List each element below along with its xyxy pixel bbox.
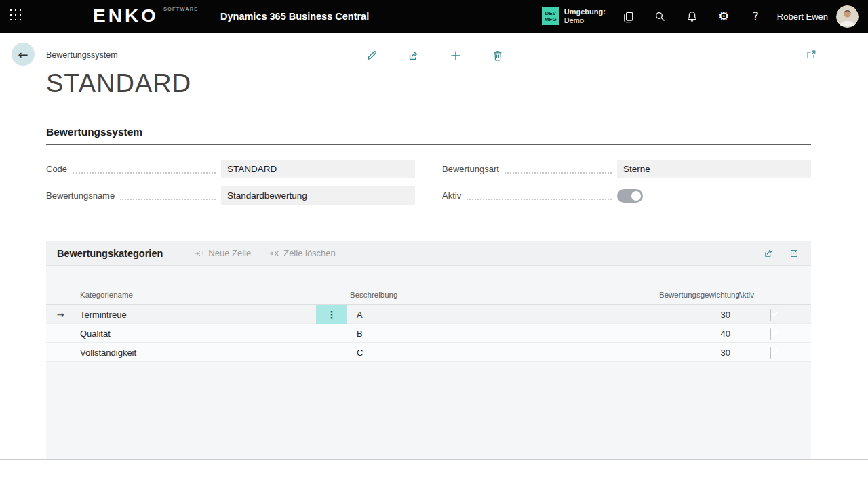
share-button[interactable] bbox=[401, 43, 426, 68]
help-button[interactable]: ? bbox=[740, 0, 772, 33]
row-description-cell[interactable]: A bbox=[347, 310, 659, 320]
code-label: Code bbox=[46, 164, 67, 174]
card-title[interactable]: Bewertungskategorien bbox=[57, 248, 163, 259]
table-row[interactable]: Vollständigkeit ⋮ C 30 bbox=[46, 343, 811, 362]
table-row[interactable]: → Termintreue ⋮ A 30 bbox=[46, 305, 811, 324]
environment-picker[interactable]: DEV MFG Umgebung: Demo bbox=[542, 7, 606, 26]
new-line-label: Neue Zeile bbox=[208, 248, 251, 258]
user-avatar[interactable] bbox=[836, 5, 859, 28]
enko-logo: ENKO SOFTWARE bbox=[93, 4, 196, 28]
field-bewertungsname: Bewertungsname Standardbewertung bbox=[46, 186, 415, 205]
row-weight-cell[interactable]: 40 bbox=[659, 329, 730, 339]
ellipsis-icon: ⋮ bbox=[327, 309, 336, 320]
row-weight-cell[interactable]: 30 bbox=[659, 348, 730, 358]
table-header: Kategoriename Beschreibung Bewertungsgew… bbox=[46, 285, 811, 305]
user-name[interactable]: Robert Ewen bbox=[777, 12, 828, 22]
toggle-knob bbox=[631, 191, 641, 201]
breadcrumb[interactable]: Bewertungssystem bbox=[46, 50, 118, 60]
trash-icon bbox=[491, 49, 505, 62]
code-input[interactable]: STANDARD bbox=[221, 160, 415, 178]
active-row-marker-icon: → bbox=[46, 310, 75, 320]
settings-button[interactable]: ⚙ bbox=[708, 0, 740, 33]
environment-label: Umgebung: Demo bbox=[564, 7, 606, 26]
aktiv-toggle[interactable] bbox=[617, 189, 643, 203]
focus-mode-button[interactable] bbox=[787, 246, 802, 261]
environment-label-value: Demo bbox=[564, 16, 606, 26]
new-button[interactable] bbox=[443, 43, 468, 68]
plus-icon bbox=[449, 49, 462, 62]
open-window-icon bbox=[805, 49, 817, 61]
delete-line-label: Zeile löschen bbox=[283, 248, 336, 258]
active-checkbox[interactable] bbox=[770, 347, 771, 359]
logo-text: ENKO bbox=[93, 5, 159, 28]
table-row[interactable]: Qualität ⋮ B 40 bbox=[46, 324, 811, 343]
delete-row-icon bbox=[269, 248, 279, 259]
card-toolbar: Bewertungskategorien Neue Zeile Zeile lö… bbox=[46, 241, 811, 266]
card-share-button[interactable] bbox=[761, 246, 776, 261]
back-button[interactable]: ← bbox=[12, 43, 35, 66]
toolbar-divider bbox=[182, 247, 182, 260]
row-name-link[interactable]: Vollständigkeit bbox=[80, 348, 136, 358]
field-code: Code STANDARD bbox=[46, 160, 415, 178]
active-checkbox[interactable] bbox=[770, 309, 771, 321]
card-toolbar-icons bbox=[761, 246, 802, 261]
badge-line2: MFG bbox=[545, 16, 557, 22]
focus-mode-icon bbox=[789, 248, 800, 259]
environment-badge: DEV MFG bbox=[542, 7, 559, 25]
app-title[interactable]: Dynamics 365 Business Central bbox=[220, 11, 369, 22]
row-options-button[interactable]: ⋮ bbox=[316, 324, 347, 343]
bell-icon bbox=[686, 10, 698, 23]
dynamics-apps-button[interactable] bbox=[612, 0, 644, 33]
column-beschreibung[interactable]: Beschreibung bbox=[347, 291, 659, 299]
share-icon bbox=[407, 49, 420, 62]
avatar-image bbox=[836, 5, 859, 28]
field-bewertungsart: Bewertungsart Sterne bbox=[442, 160, 811, 178]
open-in-new-window-button[interactable] bbox=[799, 43, 823, 67]
topbar-right: DEV MFG Umgebung: Demo bbox=[542, 0, 868, 33]
screen: ENKO SOFTWARE Dynamics 365 Business Cent… bbox=[0, 0, 868, 488]
column-aktiv[interactable]: Aktiv bbox=[730, 291, 811, 299]
share-icon bbox=[763, 247, 774, 259]
logo-suffix: SOFTWARE bbox=[163, 6, 198, 12]
column-bewertungsgewichtung[interactable]: Bewertungsgewichtung bbox=[659, 291, 730, 299]
active-checkbox[interactable] bbox=[770, 328, 771, 340]
bewertungsname-label: Bewertungsname bbox=[46, 190, 115, 201]
bewertungsname-input[interactable]: Standardbewertung bbox=[221, 186, 415, 205]
aktiv-label: Aktiv bbox=[442, 190, 461, 201]
notifications-button[interactable] bbox=[676, 0, 708, 33]
row-name-link[interactable]: Qualität bbox=[80, 329, 111, 339]
page-actions bbox=[359, 43, 510, 68]
topbar: ENKO SOFTWARE Dynamics 365 Business Cent… bbox=[0, 0, 868, 33]
page-bottom-divider bbox=[0, 459, 868, 460]
row-options-button[interactable]: ⋮ bbox=[316, 305, 347, 324]
help-icon: ? bbox=[753, 11, 759, 22]
delete-button[interactable] bbox=[486, 43, 510, 68]
apps-book-icon bbox=[622, 10, 635, 23]
pencil-icon bbox=[365, 49, 378, 62]
field-aktiv: Aktiv bbox=[442, 186, 811, 205]
new-line-button[interactable]: Neue Zeile bbox=[193, 248, 251, 259]
row-options-button[interactable]: ⋮ bbox=[316, 343, 347, 362]
gear-icon: ⚙ bbox=[718, 10, 729, 22]
row-name-link[interactable]: Termintreue bbox=[80, 310, 127, 320]
bewertungsart-label: Bewertungsart bbox=[442, 164, 499, 174]
delete-line-button[interactable]: Zeile löschen bbox=[269, 248, 336, 259]
row-description-cell[interactable]: C bbox=[347, 348, 659, 358]
row-weight-cell[interactable]: 30 bbox=[659, 310, 730, 320]
bewertungsart-input[interactable]: Sterne bbox=[617, 160, 811, 178]
arrow-left-icon: ← bbox=[18, 47, 28, 62]
column-kategoriename[interactable]: Kategoriename bbox=[75, 291, 316, 299]
leader-dots bbox=[467, 191, 612, 200]
row-description-cell[interactable]: B bbox=[347, 329, 659, 339]
edit-button[interactable] bbox=[359, 43, 384, 68]
badge-line1: DEV bbox=[545, 10, 556, 16]
environment-label-title: Umgebung: bbox=[564, 7, 606, 17]
leader-dots bbox=[73, 165, 216, 174]
bewertungskategorien-card: Bewertungskategorien Neue Zeile Zeile lö… bbox=[46, 241, 811, 459]
insert-row-icon bbox=[193, 248, 204, 259]
leader-dots bbox=[120, 191, 216, 200]
leader-dots bbox=[505, 165, 612, 174]
app-launcher-icon[interactable] bbox=[9, 8, 25, 24]
search-button[interactable] bbox=[644, 0, 676, 33]
fasttab-header-bewertungssystem[interactable]: Bewertungssystem bbox=[46, 126, 811, 145]
